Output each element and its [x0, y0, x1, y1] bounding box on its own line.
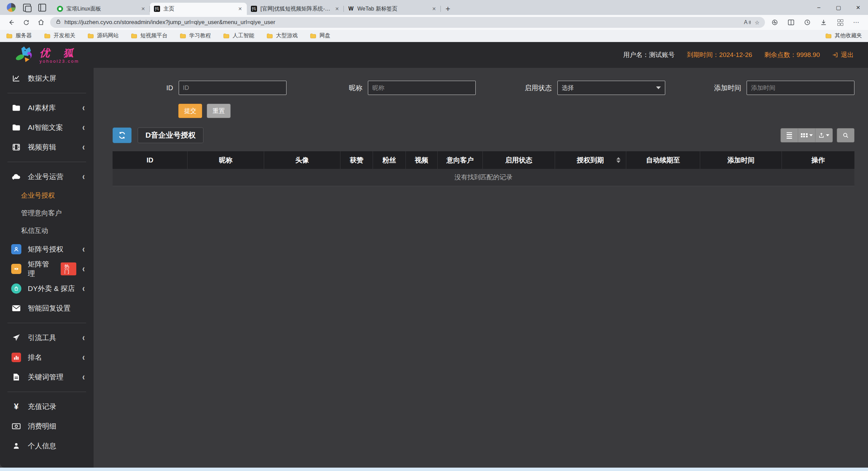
- sidebar-item-consumption-details[interactable]: 消费明细: [0, 416, 94, 436]
- home-icon[interactable]: [35, 17, 47, 28]
- bookmark-folder-tutorials[interactable]: 学习教程: [180, 32, 211, 39]
- sidebar-item-dy-takeout[interactable]: DY外卖 & 探店 ‹: [0, 279, 94, 298]
- sidebar-subitem-enterprise-auth[interactable]: 企业号授权: [0, 187, 94, 204]
- search-toggle-button[interactable]: [837, 128, 854, 142]
- tab-wetab[interactable]: W WeTab 新标签页 ✕: [344, 3, 441, 15]
- filter-nickname-input[interactable]: [368, 81, 476, 95]
- sidebar-item-ranking[interactable]: 排名 ‹: [0, 348, 94, 367]
- bookmark-folder-dev[interactable]: 开发相关: [44, 32, 75, 39]
- bookmark-folder-netdisk[interactable]: 网盘: [310, 32, 330, 39]
- split-screen-icon[interactable]: [785, 17, 797, 28]
- sidebar-item-personal-info[interactable]: 个人信息: [0, 436, 94, 456]
- favorites-star-icon[interactable]: ☆: [755, 19, 760, 26]
- reset-button[interactable]: 重置: [207, 104, 231, 118]
- bookmarks-bar: 服务器 开发相关 源码网站 短视频平台 学习教程 人工智能 大型游戏 网盘 其他…: [0, 30, 868, 42]
- sidebar-item-traffic-tools[interactable]: 引流工具 ‹: [0, 328, 94, 348]
- sidebar-subitem-private-message[interactable]: 私信互动: [0, 222, 94, 239]
- workspaces-icon[interactable]: [38, 4, 46, 12]
- sidebar-divider: [7, 93, 86, 93]
- sidebar-item-label: 个人信息: [28, 441, 56, 451]
- bookmark-label: 大型游戏: [276, 32, 298, 39]
- sidebar-item-enterprise-operation[interactable]: 企业号运营 ‹: [0, 167, 94, 187]
- settings-menu-icon[interactable]: ⋯: [850, 17, 863, 28]
- table-empty-row: 没有找到匹配的记录: [113, 169, 854, 186]
- column-header-likes: 获赞: [340, 151, 373, 169]
- bookmark-folder-source[interactable]: 源码网站: [87, 32, 119, 39]
- refresh-table-button[interactable]: [113, 127, 132, 143]
- bookmark-folder-servers[interactable]: 服务器: [6, 32, 32, 39]
- sidebar-item-matrix-auth[interactable]: 矩阵号授权 ‹: [0, 239, 94, 259]
- new-tab-button[interactable]: +: [446, 4, 450, 14]
- bookmark-folder-shortvideo[interactable]: 短视频平台: [131, 32, 167, 39]
- sidebar-item-label: 企业号运营: [28, 172, 63, 181]
- sidebar-item-label: 矩阵管理: [28, 259, 51, 278]
- sidebar-item-label: AI智能文案: [28, 123, 63, 132]
- submit-button[interactable]: 提交: [178, 104, 202, 118]
- takeout-store-icon: [11, 283, 22, 294]
- matrix-play-icon: [11, 264, 22, 274]
- app-logo[interactable]: 优 狐 yohool23.com: [0, 42, 94, 68]
- ranking-bars-icon: [11, 353, 22, 362]
- tab-home-active[interactable]: 抖 主页 ✕: [150, 3, 247, 15]
- tab-close-icon[interactable]: ✕: [431, 6, 437, 12]
- sidebar-subitem-intent-customers[interactable]: 管理意向客户: [0, 204, 94, 222]
- sidebar-item-label: DY外卖 & 探店: [28, 284, 75, 293]
- fox-logo-icon: [15, 46, 37, 64]
- history-icon[interactable]: [801, 17, 814, 28]
- tab-baota[interactable]: 宝塔Linux面板 ✕: [53, 3, 150, 15]
- app-header: 用户名：测试账号 到期时间：2024-12-26 剩余点数：9998.90 退出: [94, 42, 868, 68]
- sidebar-item-smart-reply[interactable]: 智能回复设置: [0, 298, 94, 318]
- sidebar-item-keyword-management[interactable]: 关键词管理 ‹: [0, 367, 94, 387]
- tab-close-icon[interactable]: ✕: [140, 6, 146, 12]
- sidebar-item-ai-material[interactable]: AI素材库 ‹: [0, 98, 94, 118]
- read-aloud-icon[interactable]: A: [744, 19, 751, 25]
- collections-icon[interactable]: [833, 17, 846, 28]
- tab-close-icon[interactable]: ✕: [237, 6, 243, 12]
- panel-toolbar: D音企业号授权: [113, 127, 854, 143]
- downloads-icon[interactable]: [817, 17, 830, 28]
- sidebar-item-label: 消费明细: [28, 421, 56, 431]
- matrix-account-icon: [11, 244, 22, 254]
- tab-title: 宝塔Linux面板: [66, 5, 137, 13]
- baota-icon: [57, 6, 63, 12]
- chevron-left-icon: ‹: [82, 141, 85, 153]
- sidebar-item-ai-copywriting[interactable]: AI智能文案 ‹: [0, 118, 94, 137]
- filter-status-select[interactable]: 选择: [557, 81, 665, 95]
- tab-close-icon[interactable]: ✕: [334, 6, 340, 12]
- sidebar-item-matrix-management[interactable]: 矩阵管理 热门 ‹: [0, 259, 94, 279]
- folder-icon: [11, 124, 22, 131]
- minimize-icon[interactable]: –: [809, 0, 829, 15]
- hot-badge: 热门: [61, 262, 76, 275]
- toggle-pagination-button[interactable]: [781, 128, 798, 142]
- tab-actions-icon[interactable]: [23, 4, 31, 12]
- columns-button[interactable]: [798, 128, 815, 142]
- maximize-icon[interactable]: ▢: [829, 0, 848, 15]
- back-icon[interactable]: [5, 17, 17, 28]
- bookmark-folder-games[interactable]: 大型游戏: [267, 32, 298, 39]
- sort-icon[interactable]: [616, 157, 620, 163]
- logout-button[interactable]: 退出: [832, 51, 854, 59]
- close-icon[interactable]: ✕: [848, 0, 868, 15]
- export-button[interactable]: [815, 128, 833, 142]
- filter-added-time-input[interactable]: [747, 81, 854, 95]
- refresh-icon: [118, 131, 126, 139]
- bookmark-folder-ai[interactable]: 人工智能: [223, 32, 254, 39]
- column-header-auth-expire[interactable]: 授权到期: [555, 151, 626, 169]
- url-text[interactable]: https://juzhen.cyvo.cn/storeadmin/index?…: [64, 19, 741, 26]
- address-bar[interactable]: https://juzhen.cyvo.cn/storeadmin/index?…: [50, 17, 765, 28]
- tab-official-site[interactable]: 抖 [官网]优狐短视频矩阵系统-互联 ✕: [247, 3, 344, 15]
- filter-id-input[interactable]: [179, 81, 287, 95]
- browser-essentials-icon[interactable]: [768, 17, 781, 28]
- sidebar-item-label: 视频剪辑: [28, 142, 56, 152]
- chevron-left-icon: ‹: [82, 171, 85, 182]
- filter-id-group: ID: [113, 81, 287, 95]
- sidebar-item-video-editing[interactable]: 视频剪辑 ‹: [0, 137, 94, 157]
- sidebar-item-dashboard[interactable]: 数据大屏: [0, 68, 94, 88]
- other-bookmarks-folder[interactable]: 其他收藏夹: [825, 32, 862, 39]
- refresh-icon[interactable]: [20, 17, 32, 28]
- browser-profile-avatar[interactable]: [7, 3, 16, 12]
- app-page: 优 狐 yohool23.com 数据大屏 AI素材库 ‹: [0, 42, 868, 468]
- sidebar-item-label: 关键词管理: [28, 372, 63, 382]
- chevron-left-icon: ‹: [82, 263, 85, 275]
- sidebar-item-recharge-records[interactable]: ¥ 充值记录: [0, 397, 94, 416]
